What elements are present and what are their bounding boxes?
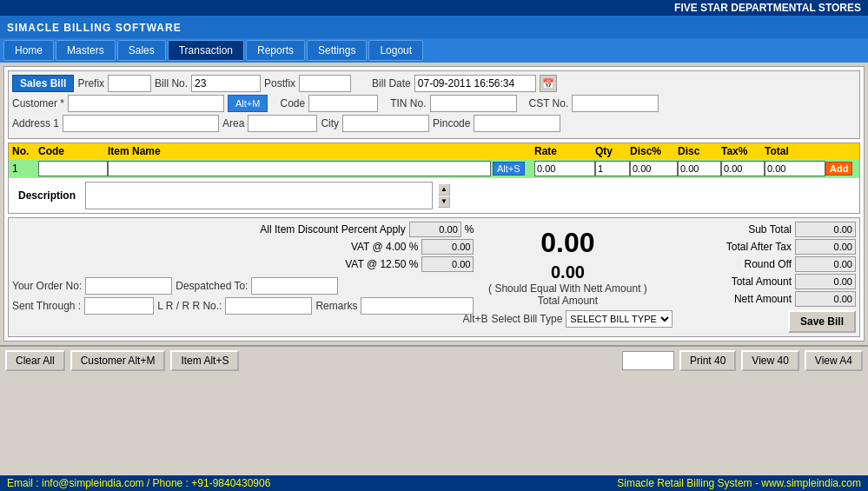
order-no-label: Your Order No:: [12, 280, 82, 292]
description-input[interactable]: [85, 182, 433, 209]
alt-s-button[interactable]: Alt+S: [493, 162, 525, 176]
select-bill-type-dropdown[interactable]: SELECT BILL TYPE Cash Bill Credit Bill: [566, 310, 673, 328]
customer-input[interactable]: [68, 95, 224, 112]
tin-no-label: TIN No.: [390, 97, 426, 109]
table-row: 1 Alt+S: [9, 160, 859, 178]
view-a4-button[interactable]: View A4: [805, 350, 863, 371]
bill-no-label: Bill No.: [155, 77, 188, 90]
menu-sales[interactable]: Sales: [117, 40, 166, 61]
despatched-to-input[interactable]: [251, 277, 338, 295]
scroll-down-btn[interactable]: ▼: [438, 196, 450, 208]
bill-no-input[interactable]: [191, 75, 261, 92]
row-tax-input[interactable]: [721, 161, 765, 176]
cst-no-input[interactable]: [572, 95, 659, 112]
row-disc-pct-input[interactable]: [630, 161, 678, 176]
remarks-input[interactable]: [361, 297, 474, 315]
select-bill-type-label: Select Bill Type: [492, 313, 563, 325]
scroll-up-btn[interactable]: ▲: [438, 183, 450, 196]
area-input[interactable]: [248, 115, 317, 132]
prefix-input[interactable]: [108, 75, 151, 92]
view-40-button[interactable]: View 40: [741, 350, 798, 371]
status-right: Simacle Retail Billing System - www.simp…: [617, 477, 861, 489]
total-after-tax-row: Total After Tax: [661, 239, 856, 255]
lr-rr-label: L R / R R No.:: [157, 300, 222, 312]
col-header-total: Total: [765, 145, 825, 157]
row-total-input[interactable]: [765, 161, 825, 176]
save-bill-button[interactable]: Save Bill: [788, 310, 856, 333]
tin-no-input[interactable]: [430, 95, 517, 112]
alt-m-button[interactable]: Alt+M: [228, 95, 268, 112]
menu-transaction[interactable]: Transaction: [168, 40, 244, 61]
print-40-button[interactable]: Print 40: [679, 350, 736, 371]
sub-total-input[interactable]: [795, 222, 856, 237]
row-no: 1: [12, 163, 38, 175]
city-input[interactable]: [342, 115, 429, 132]
total-after-tax-input[interactable]: [795, 239, 856, 255]
add-button[interactable]: Add: [825, 162, 852, 176]
total-amount-input[interactable]: [795, 274, 856, 289]
menu-settings[interactable]: Settings: [307, 40, 367, 61]
nett-note: ( Should Equal With Nett Amount ) Total …: [480, 282, 654, 307]
order-no-input[interactable]: [85, 277, 172, 295]
main-amount: 0.00: [540, 227, 594, 259]
pincode-input[interactable]: [474, 115, 560, 132]
vat2-label: VAT @ 12.50 %: [12, 258, 418, 270]
item-alt-s-button[interactable]: Item Alt+S: [170, 350, 239, 371]
bill-form-section: Sales Bill Prefix Bill No. Postfix Bill …: [8, 70, 860, 139]
city-label: City: [321, 117, 339, 129]
vat2-input[interactable]: [421, 256, 474, 272]
row-disc-pct-cell: [630, 161, 678, 176]
col-header-qty: Qty: [595, 145, 630, 157]
postfix-input[interactable]: [299, 75, 351, 92]
address1-input[interactable]: [63, 115, 219, 132]
alt-b-label: Alt+B: [463, 313, 488, 325]
title-bar: FIVE STAR DEPARTMENTAL STORES: [0, 0, 868, 16]
round-off-input[interactable]: [795, 256, 856, 272]
discount-unit: %: [465, 223, 474, 236]
discount-input[interactable]: [409, 222, 461, 237]
vat1-row: VAT @ 4.00 %: [12, 239, 474, 255]
nett-amount-label: Nett Amount: [661, 293, 792, 305]
menu-logout[interactable]: Logout: [368, 40, 423, 61]
calendar-btn[interactable]: 📅: [540, 75, 557, 92]
col-header-code: Code: [38, 145, 108, 157]
col-header-no: No.: [12, 145, 38, 157]
nett-amount-input[interactable]: [795, 291, 856, 307]
bill-date-label: Bill Date: [372, 77, 411, 90]
status-bar: Email : info@simpleindia.com / Phone : +…: [0, 475, 868, 491]
row-rate-input[interactable]: [534, 161, 595, 176]
row-code-cell: [38, 161, 108, 176]
bill-date-input[interactable]: [414, 75, 536, 92]
menu-reports[interactable]: Reports: [246, 40, 305, 61]
description-label: Description: [12, 189, 82, 202]
nett-amount-row: Nett Amount: [661, 291, 856, 307]
sub-total-label: Sub Total: [661, 223, 792, 236]
code-input[interactable]: [308, 95, 378, 112]
app-title: SIMACLE BILLING SOFTWARE: [7, 22, 182, 34]
totals-section: All Item Discount Percent Apply % VAT @ …: [8, 217, 860, 337]
row-code-input[interactable]: [38, 161, 108, 176]
customer-alt-m-button[interactable]: Customer Alt+M: [70, 350, 166, 371]
row-name-input[interactable]: [108, 161, 491, 176]
lr-rr-input[interactable]: [225, 297, 312, 315]
code-label: Code: [280, 97, 305, 109]
totals-right: Sub Total Total After Tax Round Off Tota…: [661, 222, 856, 333]
vat1-input[interactable]: [421, 239, 474, 255]
menu-masters[interactable]: Masters: [56, 40, 116, 61]
menu-home[interactable]: Home: [3, 40, 54, 61]
clear-all-button[interactable]: Clear All: [5, 350, 65, 371]
remarks-label: Remarks: [315, 300, 357, 312]
print-number-input[interactable]: [622, 351, 674, 370]
title-bar-text: FIVE STAR DEPARTMENTAL STORES: [674, 2, 861, 14]
menu-bar: Home Masters Sales Transaction Reports S…: [0, 38, 868, 63]
area-label: Area: [222, 117, 244, 129]
row-name-cell: [108, 161, 491, 176]
row-qty-input[interactable]: [595, 161, 630, 176]
sent-through-input[interactable]: [84, 297, 154, 315]
status-left: Email : info@simpleindia.com / Phone : +…: [7, 477, 270, 489]
totals-center: 0.00 0.00 ( Should Equal With Nett Amoun…: [480, 222, 654, 333]
customer-label: Customer *: [12, 97, 64, 109]
round-off-label: Round Off: [661, 258, 792, 270]
row-disc-input[interactable]: [678, 161, 721, 176]
col-header-tax: Tax%: [721, 145, 765, 157]
